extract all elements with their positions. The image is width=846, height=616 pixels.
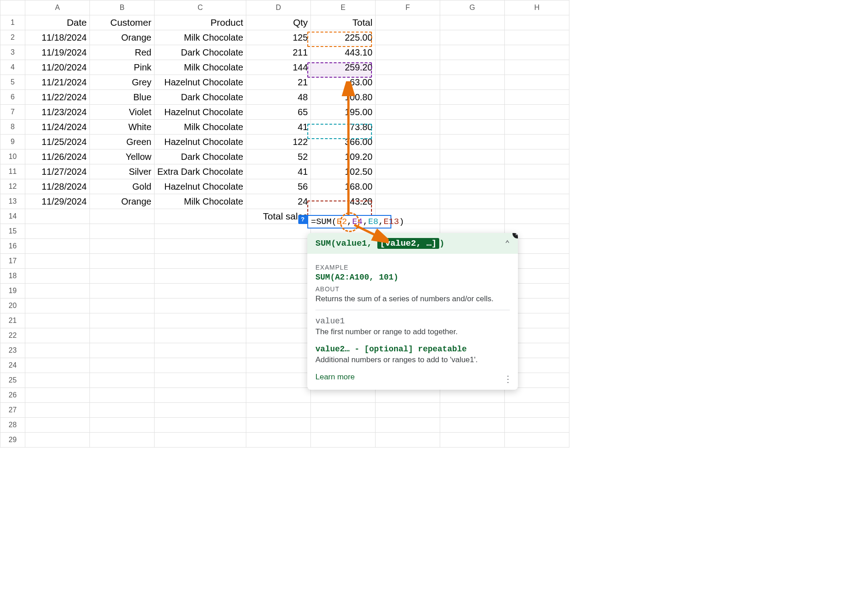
cell-A24[interactable] bbox=[25, 358, 90, 373]
cell-G26[interactable] bbox=[440, 388, 505, 403]
cell-F2[interactable] bbox=[376, 30, 440, 45]
row-header-8[interactable]: 8 bbox=[0, 120, 25, 135]
cell-A23[interactable] bbox=[25, 343, 90, 358]
cell-E5[interactable]: 63.00 bbox=[311, 75, 376, 90]
cell-C18[interactable] bbox=[155, 269, 246, 284]
cell-C6[interactable]: Dark Chocolate bbox=[155, 90, 246, 105]
cell-D23[interactable] bbox=[246, 343, 311, 358]
cell-A21[interactable] bbox=[25, 313, 90, 328]
cell-A7[interactable]: 11/23/2024 bbox=[25, 105, 90, 120]
cell-F13[interactable] bbox=[376, 194, 440, 209]
cell-D18[interactable] bbox=[246, 269, 311, 284]
cell-F5[interactable] bbox=[376, 75, 440, 90]
cell-H9[interactable] bbox=[505, 135, 569, 149]
cell-A27[interactable] bbox=[25, 403, 90, 418]
row-header-3[interactable]: 3 bbox=[0, 45, 25, 60]
cell-C2[interactable]: Milk Chocolate bbox=[155, 30, 246, 45]
cell-E9[interactable]: 366.00 bbox=[311, 135, 376, 149]
cell-D15[interactable] bbox=[246, 224, 311, 239]
cell-G14[interactable] bbox=[440, 209, 505, 224]
cell-D13[interactable]: 24 bbox=[246, 194, 311, 209]
cell-B28[interactable] bbox=[90, 418, 155, 433]
cell-H4[interactable] bbox=[505, 60, 569, 75]
cell-F3[interactable] bbox=[376, 45, 440, 60]
cell-C16[interactable] bbox=[155, 239, 246, 254]
col-header-D[interactable]: D bbox=[246, 0, 311, 15]
cell-E8[interactable]: 73.80 bbox=[311, 120, 376, 135]
select-all-corner[interactable] bbox=[0, 0, 25, 15]
cell-B26[interactable] bbox=[90, 388, 155, 403]
cell-H6[interactable] bbox=[505, 90, 569, 105]
formula-editor-E14[interactable]: ? =SUM(E2,E4,E8,E13) bbox=[307, 215, 391, 229]
cell-G6[interactable] bbox=[440, 90, 505, 105]
cell-G8[interactable] bbox=[440, 120, 505, 135]
cell-E11[interactable]: 102.50 bbox=[311, 164, 376, 179]
cell-D24[interactable] bbox=[246, 358, 311, 373]
formula-help-icon[interactable]: ? bbox=[298, 215, 307, 224]
cell-C20[interactable] bbox=[155, 299, 246, 313]
cell-B4[interactable]: Pink bbox=[90, 60, 155, 75]
cell-F1[interactable] bbox=[376, 15, 440, 30]
cell-B22[interactable] bbox=[90, 328, 155, 343]
cell-F12[interactable] bbox=[376, 179, 440, 194]
cell-C4[interactable]: Milk Chocolate bbox=[155, 60, 246, 75]
cell-F8[interactable] bbox=[376, 120, 440, 135]
cell-G27[interactable] bbox=[440, 403, 505, 418]
cell-A12[interactable]: 11/28/2024 bbox=[25, 179, 90, 194]
cell-B11[interactable]: Silver bbox=[90, 164, 155, 179]
col-header-A[interactable]: A bbox=[25, 0, 90, 15]
cell-C24[interactable] bbox=[155, 358, 246, 373]
cell-B9[interactable]: Green bbox=[90, 135, 155, 149]
cell-B6[interactable]: Blue bbox=[90, 90, 155, 105]
cell-C27[interactable] bbox=[155, 403, 246, 418]
cell-C28[interactable] bbox=[155, 418, 246, 433]
row-header-20[interactable]: 20 bbox=[0, 299, 25, 313]
cell-E6[interactable]: 100.80 bbox=[311, 90, 376, 105]
cell-A17[interactable] bbox=[25, 254, 90, 269]
cell-E26[interactable] bbox=[311, 388, 376, 403]
cell-D8[interactable]: 41 bbox=[246, 120, 311, 135]
cell-G9[interactable] bbox=[440, 135, 505, 149]
cell-D5[interactable]: 21 bbox=[246, 75, 311, 90]
col-header-G[interactable]: G bbox=[440, 0, 505, 15]
cell-D9[interactable]: 122 bbox=[246, 135, 311, 149]
cell-C29[interactable] bbox=[155, 433, 246, 448]
cell-D29[interactable] bbox=[246, 433, 311, 448]
cell-A4[interactable]: 11/20/2024 bbox=[25, 60, 90, 75]
cell-C5[interactable]: Hazelnut Chocolate bbox=[155, 75, 246, 90]
cell-G3[interactable] bbox=[440, 45, 505, 60]
learn-more-link[interactable]: Learn more bbox=[315, 373, 355, 382]
cell-B23[interactable] bbox=[90, 343, 155, 358]
cell-A29[interactable] bbox=[25, 433, 90, 448]
cell-G5[interactable] bbox=[440, 75, 505, 90]
row-header-12[interactable]: 12 bbox=[0, 179, 25, 194]
cell-D19[interactable] bbox=[246, 284, 311, 299]
row-header-25[interactable]: 25 bbox=[0, 373, 25, 388]
cell-A19[interactable] bbox=[25, 284, 90, 299]
cell-B14[interactable] bbox=[90, 209, 155, 224]
cell-G4[interactable] bbox=[440, 60, 505, 75]
cell-E29[interactable] bbox=[311, 433, 376, 448]
chevron-up-icon[interactable]: ⌃ bbox=[505, 238, 510, 248]
cell-B24[interactable] bbox=[90, 358, 155, 373]
row-header-19[interactable]: 19 bbox=[0, 284, 25, 299]
cell-B12[interactable]: Gold bbox=[90, 179, 155, 194]
cell-C23[interactable] bbox=[155, 343, 246, 358]
cell-C25[interactable] bbox=[155, 373, 246, 388]
cell-C11[interactable]: Extra Dark Chocolate bbox=[155, 164, 246, 179]
cell-H7[interactable] bbox=[505, 105, 569, 120]
cell-E1[interactable]: Total bbox=[311, 15, 376, 30]
cell-E13[interactable]: 43.20 bbox=[311, 194, 376, 209]
cell-D20[interactable] bbox=[246, 299, 311, 313]
cell-G10[interactable] bbox=[440, 149, 505, 164]
cell-F27[interactable] bbox=[376, 403, 440, 418]
cell-A28[interactable] bbox=[25, 418, 90, 433]
cell-B21[interactable] bbox=[90, 313, 155, 328]
cell-H5[interactable] bbox=[505, 75, 569, 90]
cell-D11[interactable]: 41 bbox=[246, 164, 311, 179]
cell-C1[interactable]: Product bbox=[155, 15, 246, 30]
cell-D21[interactable] bbox=[246, 313, 311, 328]
cell-A3[interactable]: 11/19/2024 bbox=[25, 45, 90, 60]
cell-F29[interactable] bbox=[376, 433, 440, 448]
cell-C19[interactable] bbox=[155, 284, 246, 299]
